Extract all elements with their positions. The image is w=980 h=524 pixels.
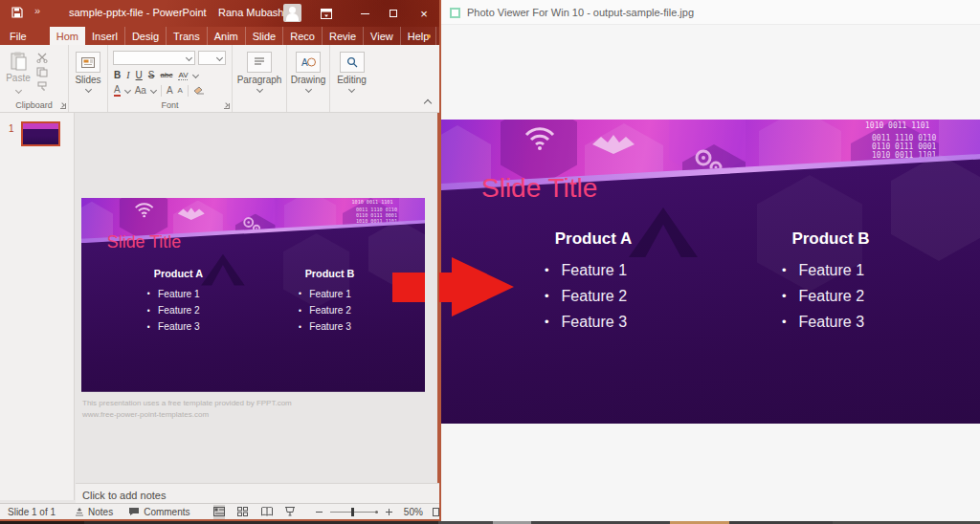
format-painter-icon[interactable] — [36, 81, 49, 92]
slides-button[interactable]: Slides — [69, 45, 107, 92]
ribbon-display-options-icon[interactable] — [314, 0, 339, 27]
copy-icon[interactable] — [36, 67, 49, 77]
find-icon — [346, 56, 358, 68]
bullet-icon: • — [147, 306, 150, 316]
font-dialog-launcher[interactable] — [224, 103, 230, 109]
zoom-slider-thumb[interactable] — [351, 508, 354, 516]
strikethrough-button[interactable]: S — [148, 70, 155, 80]
handshake-icon — [592, 135, 635, 156]
drawing-button[interactable]: A Drawing — [287, 45, 329, 92]
slide-canvas: 1010 0011 1101 0011 1110 0110 0110 0111 … — [441, 120, 980, 424]
paragraph-icon — [253, 57, 266, 67]
feature-item: •Feature 3 — [512, 309, 675, 335]
feature-item: •Feature 2 — [126, 302, 230, 318]
font-name-select[interactable] — [113, 51, 195, 65]
slide-sorter-view-button[interactable] — [236, 505, 249, 519]
minimize-button[interactable] — [352, 0, 377, 27]
change-case-button[interactable]: Aa — [135, 85, 146, 96]
tab-view[interactable]: View — [364, 27, 401, 45]
slide-title: Slide Title — [481, 173, 597, 204]
collapse-ribbon-icon[interactable] — [424, 99, 432, 107]
wifi-icon — [522, 121, 558, 150]
shrink-font-button[interactable]: A — [178, 86, 183, 95]
tab-transitions[interactable]: Trans — [167, 27, 208, 45]
tab-file[interactable]: File — [0, 27, 36, 45]
paragraph-button[interactable]: Paragraph — [233, 45, 286, 92]
feature-item: •Feature 2 — [278, 302, 381, 318]
underline-button[interactable]: U — [136, 70, 143, 80]
bold-button[interactable]: B — [114, 70, 121, 80]
tab-design[interactable]: Desig — [125, 27, 167, 45]
notes-toggle[interactable]: Notes — [75, 507, 113, 517]
notes-placeholder: Click to add notes — [82, 490, 166, 501]
editing-label: Editing — [337, 75, 367, 85]
grow-font-button[interactable]: A — [167, 85, 173, 96]
zoom-in-button[interactable] — [386, 509, 392, 515]
character-spacing-button[interactable]: AV — [178, 71, 188, 80]
clipboard-group-label: Clipboard — [0, 100, 68, 110]
bullet-icon: • — [299, 290, 301, 299]
ribbon: Paste Clipboard Slides — [0, 45, 439, 113]
notes-pane[interactable]: Click to add notes — [76, 483, 439, 505]
tab-insert[interactable]: Inserl — [85, 27, 125, 45]
clipboard-group: Paste Clipboard — [0, 45, 69, 112]
close-button[interactable]: × — [412, 0, 436, 27]
account-user-name[interactable]: Rana Mubashir — [218, 7, 290, 18]
eraser-icon[interactable] — [193, 86, 205, 96]
feature-item: •Feature 2 — [749, 283, 912, 309]
font-color-button[interactable]: A — [114, 84, 121, 97]
slide-count: Slide 1 of 1 — [8, 507, 56, 517]
quick-access-more-icon[interactable]: » — [34, 5, 41, 16]
svg-text:A: A — [301, 57, 308, 68]
cut-icon[interactable] — [36, 53, 49, 63]
product-b-header: Product B — [749, 229, 912, 249]
tab-animations[interactable]: Anim — [208, 27, 246, 45]
comments-toggle[interactable]: Comments — [128, 507, 189, 517]
photo-viewer-window: Photo Viewer For Win 10 - output-sample-… — [441, 0, 980, 521]
feature-item: •Feature 1 — [749, 257, 912, 283]
tab-slideshow[interactable]: Slide — [246, 27, 283, 45]
italic-button[interactable]: I — [126, 70, 129, 80]
paragraph-label: Paragraph — [237, 75, 282, 85]
paste-button[interactable]: Paste — [5, 52, 32, 95]
bullet-icon: • — [545, 315, 549, 329]
font-size-select[interactable] — [198, 51, 226, 65]
product-a-header: Product A — [126, 268, 230, 280]
drawing-icon: A — [301, 56, 316, 68]
fit-slide-to-window-button[interactable] — [433, 508, 439, 516]
window-title: sample-pptx-file - PowerPoint — [69, 7, 241, 18]
avatar[interactable] — [283, 4, 301, 22]
zoom-out-button[interactable] — [316, 512, 323, 513]
bullet-icon: • — [299, 322, 301, 332]
feature-item: •Feature 1 — [278, 286, 381, 302]
product-b-column: Product B •Feature 1 •Feature 2 •Feature… — [749, 229, 912, 335]
bullet-icon: • — [782, 315, 787, 329]
slide-title: Slide Title — [107, 232, 181, 251]
slide-thumbnail[interactable] — [21, 121, 60, 146]
comments-icon — [128, 507, 140, 516]
save-icon[interactable] — [11, 7, 23, 20]
paragraph-group: Paragraph — [233, 45, 287, 112]
tab-review[interactable]: Revie — [323, 27, 364, 45]
template-credits: This presentation uses a free template p… — [82, 398, 292, 421]
tab-help[interactable]: Help — [401, 27, 437, 45]
tab-home[interactable]: Hom — [50, 27, 85, 45]
editing-group: Editing — [330, 45, 373, 112]
reading-view-button[interactable] — [260, 505, 273, 519]
slideshow-view-button[interactable] — [284, 505, 297, 519]
font-group-label: Font — [108, 100, 232, 110]
editing-button[interactable]: Editing — [330, 45, 373, 92]
bullet-icon: • — [147, 322, 150, 332]
zoom-slider-tick — [375, 511, 378, 513]
normal-view-button[interactable] — [213, 505, 226, 519]
bullet-icon: • — [299, 306, 301, 316]
editor-slide[interactable]: 1010 0011 1101 0011 1110 0110 0110 0111 … — [81, 198, 425, 392]
zoom-level[interactable]: 50% — [404, 507, 423, 517]
maximize-button[interactable] — [381, 0, 406, 27]
product-a-column: Product A •Feature 1 •Feature 2 •Feature… — [126, 268, 230, 335]
clipboard-dialog-launcher[interactable] — [60, 103, 66, 109]
clear-formatting-button[interactable]: abc — [160, 71, 172, 79]
tab-record[interactable]: Reco — [283, 27, 323, 45]
zoom-slider[interactable] — [330, 512, 378, 513]
drawing-group: A Drawing — [287, 45, 330, 112]
